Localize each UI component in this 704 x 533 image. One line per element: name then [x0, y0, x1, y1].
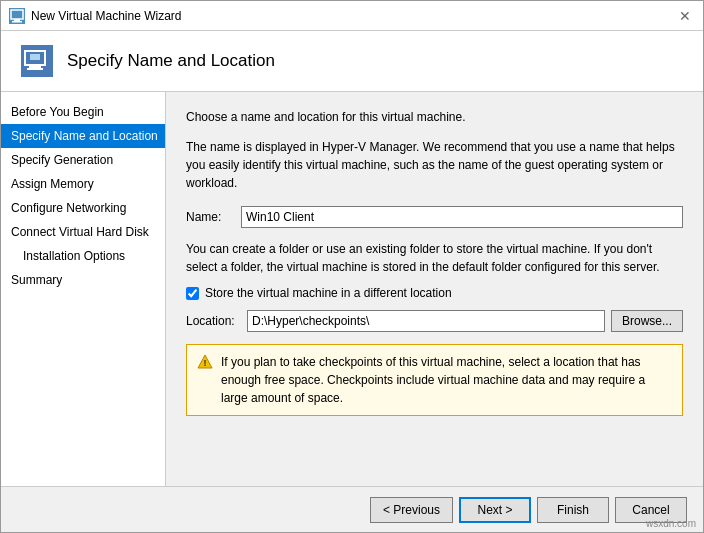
content-area: Before You Begin Specify Name and Locati… [1, 92, 703, 486]
sidebar-item-installation-options[interactable]: Installation Options [1, 244, 165, 268]
page-title: Specify Name and Location [67, 51, 275, 71]
checkbox-label[interactable]: Store the virtual machine in a different… [205, 286, 452, 300]
next-button[interactable]: Next > [459, 497, 531, 523]
footer: < Previous Next > Finish Cancel [1, 486, 703, 532]
name-label: Name: [186, 210, 241, 224]
svg-rect-2 [12, 21, 22, 23]
sidebar-item-summary[interactable]: Summary [1, 268, 165, 292]
header-icon [21, 45, 53, 77]
previous-button[interactable]: < Previous [370, 497, 453, 523]
sidebar-item-assign-memory[interactable]: Assign Memory [1, 172, 165, 196]
sidebar-item-specify-name-location[interactable]: Specify Name and Location [1, 124, 165, 148]
warning-box: ! If you plan to take checkpoints of thi… [186, 344, 683, 416]
title-bar-text: New Virtual Machine Wizard [31, 9, 675, 23]
close-button[interactable]: ✕ [675, 6, 695, 26]
window: New Virtual Machine Wizard ✕ Specify Nam… [0, 0, 704, 533]
title-bar: New Virtual Machine Wizard ✕ [1, 1, 703, 31]
svg-rect-1 [14, 19, 20, 21]
location-label: Location: [186, 314, 241, 328]
svg-rect-0 [11, 10, 23, 19]
finish-button[interactable]: Finish [537, 497, 609, 523]
browse-button[interactable]: Browse... [611, 310, 683, 332]
title-bar-icon [9, 8, 25, 24]
svg-text:!: ! [204, 358, 207, 368]
folder-text: You can create a folder or use an existi… [186, 240, 683, 276]
svg-rect-4 [29, 65, 41, 68]
name-input[interactable] [241, 206, 683, 228]
location-row: Location: Browse... [186, 310, 683, 332]
name-field-row: Name: [186, 206, 683, 228]
warning-text: If you plan to take checkpoints of this … [221, 353, 672, 407]
header-section: Specify Name and Location [1, 31, 703, 92]
watermark: wsxdn.com [646, 518, 696, 529]
svg-rect-5 [27, 68, 43, 70]
location-input[interactable] [247, 310, 605, 332]
sidebar-item-configure-networking[interactable]: Configure Networking [1, 196, 165, 220]
sidebar-item-specify-generation[interactable]: Specify Generation [1, 148, 165, 172]
svg-rect-6 [30, 54, 40, 60]
warning-icon: ! [197, 354, 213, 370]
detail-text: The name is displayed in Hyper-V Manager… [186, 138, 683, 192]
checkbox-row: Store the virtual machine in a different… [186, 286, 683, 300]
sidebar-item-before-you-begin[interactable]: Before You Begin [1, 100, 165, 124]
sidebar-item-connect-virtual-hard-disk[interactable]: Connect Virtual Hard Disk [1, 220, 165, 244]
main-content: Choose a name and location for this virt… [166, 92, 703, 486]
sidebar: Before You Begin Specify Name and Locati… [1, 92, 166, 486]
intro-text: Choose a name and location for this virt… [186, 108, 683, 126]
store-checkbox[interactable] [186, 287, 199, 300]
